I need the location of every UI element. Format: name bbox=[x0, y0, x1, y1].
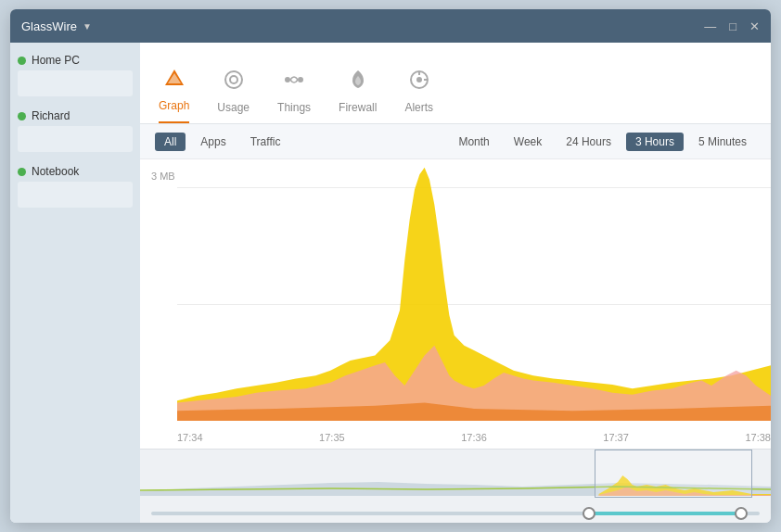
filter-all-button[interactable]: All bbox=[155, 133, 186, 151]
y-axis-label: 3 MB bbox=[151, 171, 175, 182]
slider-track bbox=[151, 512, 760, 515]
filter-bar: All Apps Traffic Month Week 24 Hours 3 H… bbox=[140, 124, 771, 159]
filter-traffic-button[interactable]: Traffic bbox=[241, 133, 290, 151]
sidebar-preview-richard bbox=[18, 126, 133, 152]
time-24h-button[interactable]: 24 Hours bbox=[557, 133, 621, 151]
time-week-button[interactable]: Week bbox=[505, 133, 551, 151]
tab-alerts-label: Alerts bbox=[404, 101, 433, 114]
sidebar-item-home-pc[interactable]: Home PC bbox=[18, 54, 133, 96]
sidebar-label-richard: Richard bbox=[32, 109, 70, 122]
chevron-down-icon: ▼ bbox=[83, 21, 92, 32]
time-month-button[interactable]: Month bbox=[449, 133, 498, 151]
svg-point-3 bbox=[230, 76, 237, 83]
status-dot-notebook bbox=[18, 168, 26, 176]
x-label-0: 17:34 bbox=[177, 432, 203, 443]
tab-graph[interactable]: Graph bbox=[159, 67, 189, 123]
firewall-icon bbox=[347, 69, 369, 96]
status-dot-richard bbox=[18, 112, 26, 120]
things-icon bbox=[283, 69, 305, 96]
slider-thumb-right[interactable] bbox=[735, 507, 748, 520]
time-5min-button[interactable]: 5 Minutes bbox=[689, 133, 756, 151]
main-window: GlassWire ▼ — □ ✕ Home PC Richard bbox=[10, 9, 771, 523]
tab-firewall[interactable]: Firewall bbox=[339, 69, 377, 123]
close-button[interactable]: ✕ bbox=[749, 19, 760, 33]
usage-icon bbox=[223, 69, 245, 96]
sidebar: Home PC Richard Notebook bbox=[10, 43, 140, 523]
tab-graph-label: Graph bbox=[159, 99, 189, 112]
sidebar-preview-notebook bbox=[18, 182, 133, 208]
tab-usage[interactable]: Usage bbox=[217, 69, 250, 123]
sidebar-label-notebook: Notebook bbox=[32, 165, 79, 178]
tab-things[interactable]: Things bbox=[277, 69, 311, 123]
sidebar-preview-home-pc bbox=[18, 70, 133, 96]
titlebar-title: GlassWire ▼ bbox=[21, 19, 92, 33]
time-3h-button[interactable]: 3 Hours bbox=[626, 133, 684, 151]
tab-firewall-label: Firewall bbox=[339, 101, 377, 114]
svg-point-4 bbox=[285, 77, 290, 82]
x-label-3: 17:37 bbox=[603, 432, 629, 443]
svg-point-5 bbox=[298, 77, 303, 82]
x-label-4: 17:38 bbox=[745, 432, 771, 443]
x-label-1: 17:35 bbox=[319, 432, 345, 443]
sidebar-item-notebook[interactable]: Notebook bbox=[18, 165, 133, 208]
content-area: Graph Usage bbox=[140, 43, 771, 523]
maximize-button[interactable]: □ bbox=[729, 19, 736, 33]
sidebar-label-home-pc: Home PC bbox=[32, 54, 80, 67]
svg-point-7 bbox=[416, 77, 422, 82]
slider-fill bbox=[589, 512, 741, 515]
x-axis-labels: 17:34 17:35 17:36 17:37 17:38 bbox=[177, 432, 771, 443]
chart-area: 3 MB 17:34 17:35 17:36 17:37 bbox=[140, 159, 771, 449]
x-label-2: 17:36 bbox=[461, 432, 487, 443]
alerts-icon bbox=[408, 69, 430, 96]
graph-icon bbox=[163, 67, 186, 95]
mini-chart-svg bbox=[140, 450, 771, 496]
slider-thumb-left[interactable] bbox=[583, 507, 595, 520]
main-chart-svg bbox=[177, 159, 771, 421]
tab-alerts[interactable]: Alerts bbox=[404, 69, 433, 123]
main-layout: Home PC Richard Notebook bbox=[10, 43, 771, 523]
app-name: GlassWire bbox=[21, 19, 77, 33]
titlebar: GlassWire ▼ — □ ✕ bbox=[10, 9, 771, 43]
sidebar-item-richard[interactable]: Richard bbox=[18, 109, 133, 152]
status-dot-home-pc bbox=[18, 57, 26, 65]
titlebar-controls: — □ ✕ bbox=[704, 19, 760, 33]
svg-point-2 bbox=[225, 71, 242, 88]
mini-chart-area bbox=[140, 449, 771, 523]
nav-tabs: Graph Usage bbox=[140, 43, 771, 124]
tab-usage-label: Usage bbox=[217, 101, 250, 114]
tab-things-label: Things bbox=[277, 101, 311, 114]
filter-apps-button[interactable]: Apps bbox=[191, 133, 235, 151]
minimize-button[interactable]: — bbox=[704, 19, 716, 33]
